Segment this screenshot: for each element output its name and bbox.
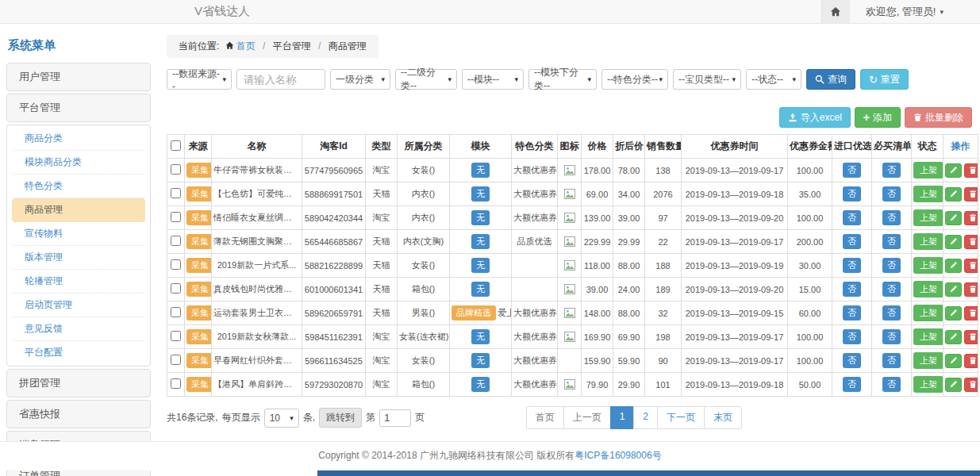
filter-select-module-sub[interactable]: --模块下分类--▾ [528,69,597,90]
sidebar-item[interactable]: 商品分类 [12,127,145,151]
delete-button[interactable] [964,163,978,178]
user-menu[interactable]: 欢迎您, 管理员! ▾ [866,5,943,19]
breadcrumb-home-link[interactable]: 首页 [222,40,256,52]
must-buy-badge[interactable]: 否 [882,329,901,344]
icp-link[interactable]: 粤ICP备16098006号 [575,450,661,461]
imported-badge[interactable]: 否 [843,282,861,297]
filter-select-category1[interactable]: 一级分类▾ [330,69,390,90]
status-badge[interactable]: 上架 [913,233,943,250]
import-excel-button[interactable]: 导入excel [779,107,851,128]
page-button[interactable]: 上一页 [563,406,611,429]
sidebar-item[interactable]: 轮播管理 [12,270,145,294]
imported-badge[interactable]: 否 [843,163,861,178]
reset-button[interactable]: ↻ 重置 [860,69,909,90]
sidebar-group[interactable]: 拼团管理 [6,369,151,397]
edit-button[interactable] [945,259,962,273]
edit-button[interactable] [945,330,962,344]
breadcrumb-home-text[interactable]: 首页 [236,40,256,52]
row-checkbox[interactable] [171,307,181,317]
must-buy-badge[interactable]: 否 [882,282,901,297]
edit-button[interactable] [945,211,962,225]
filter-select-item-type[interactable]: --宝贝类型--▾ [673,69,741,90]
imported-badge[interactable]: 否 [843,258,861,273]
row-checkbox[interactable] [171,212,181,222]
sidebar-item[interactable]: 特色分类 [12,175,145,198]
imported-badge[interactable]: 否 [843,210,861,225]
row-checkbox[interactable] [171,378,181,389]
must-buy-badge[interactable]: 否 [882,377,901,392]
jump-button[interactable]: 跳转到 [319,408,362,428]
edit-button[interactable] [945,235,962,249]
filter-select-category2[interactable]: --二级分类--▾ [395,69,457,90]
edit-button[interactable] [945,187,962,202]
delete-button[interactable] [964,354,978,368]
must-buy-badge[interactable]: 否 [882,163,901,178]
delete-button[interactable] [964,211,978,225]
page-button[interactable]: 末页 [704,406,742,429]
page-button[interactable]: 首页 [526,406,564,429]
sidebar-item[interactable]: 商品管理 [12,198,145,222]
status-badge[interactable]: 上架 [913,209,943,226]
jump-page-input[interactable] [379,409,411,427]
delete-button[interactable] [964,282,978,297]
row-checkbox[interactable] [171,164,181,175]
page-button[interactable]: 1 [610,406,635,429]
status-badge[interactable]: 上架 [913,257,943,274]
edit-button[interactable] [945,354,962,368]
delete-button[interactable] [964,235,978,249]
imported-badge[interactable]: 否 [843,305,861,321]
delete-button[interactable] [964,378,978,392]
sidebar-group[interactable]: 用户管理 [6,63,151,91]
delete-button[interactable] [964,259,978,273]
status-badge[interactable]: 上架 [913,328,943,345]
select-all-checkbox[interactable] [171,140,181,151]
search-button[interactable]: 查询 [806,69,855,90]
sidebar-item[interactable]: 意见反馈 [12,317,145,341]
sidebar-item[interactable]: 启动页管理 [12,294,145,317]
edit-button[interactable] [945,163,962,178]
sidebar-group[interactable]: 平台管理 [6,94,151,122]
filter-select-status[interactable]: --状态--▾ [746,69,801,90]
sidebar-item[interactable]: 宣传物料 [12,222,145,246]
edit-button[interactable] [945,306,962,321]
edit-button[interactable] [945,282,962,297]
status-badge[interactable]: 上架 [913,281,943,298]
add-button[interactable]: + 添加 [855,107,901,128]
must-buy-badge[interactable]: 否 [882,210,901,225]
edit-button[interactable] [945,378,962,392]
home-button[interactable] [821,0,850,23]
delete-button[interactable] [964,187,978,202]
sidebar-item[interactable]: 版本管理 [12,246,145,270]
sidebar-item[interactable]: 模块商品分类 [12,151,145,175]
must-buy-badge[interactable]: 否 [882,353,901,368]
must-buy-badge[interactable]: 否 [882,186,901,202]
name-search-input[interactable] [236,69,325,90]
page-size-select[interactable]: 10▾ [264,409,299,428]
status-badge[interactable]: 上架 [913,352,943,369]
page-button[interactable]: 2 [633,406,658,429]
must-buy-badge[interactable]: 否 [882,234,901,249]
filter-select-feature[interactable]: --特色分类--▾ [601,69,668,90]
imported-badge[interactable]: 否 [843,377,861,392]
imported-badge[interactable]: 否 [843,186,861,202]
must-buy-badge[interactable]: 否 [882,305,901,321]
row-checkbox[interactable] [171,188,181,198]
row-checkbox[interactable] [171,331,181,341]
delete-button[interactable] [964,330,978,344]
status-badge[interactable]: 上架 [913,305,943,321]
status-badge[interactable]: 上架 [913,186,943,202]
status-badge[interactable]: 上架 [913,162,943,178]
imported-badge[interactable]: 否 [843,329,861,344]
must-buy-badge[interactable]: 否 [882,258,901,273]
row-checkbox[interactable] [171,355,181,365]
sidebar-group[interactable]: 省惠快报 [6,400,151,428]
batch-delete-button[interactable]: 批量删除 [905,107,972,128]
row-checkbox[interactable] [171,259,181,270]
row-checkbox[interactable] [171,283,181,294]
filter-select-data-source[interactable]: --数据来源--▾ [167,69,232,90]
page-button[interactable]: 下一页 [657,406,705,429]
row-checkbox[interactable] [171,236,181,246]
delete-button[interactable] [964,306,978,321]
filter-select-module[interactable]: --模块--▾ [462,69,524,90]
imported-badge[interactable]: 否 [843,353,861,368]
